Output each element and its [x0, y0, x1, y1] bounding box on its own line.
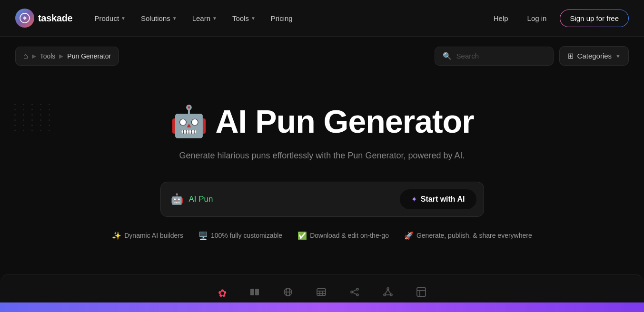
network-icon[interactable] [379, 283, 397, 304]
navbar: taskade Product ▼ Solutions ▼ Learn ▼ To… [0, 0, 644, 37]
solutions-chevron-icon: ▼ [172, 16, 177, 21]
svg-point-12 [351, 291, 353, 293]
table-icon[interactable] [312, 283, 330, 304]
svg-line-19 [385, 290, 388, 294]
signup-button[interactable]: Sign up for free [560, 10, 629, 27]
categories-grid-icon: ⊞ [567, 51, 574, 60]
sparkle-icon: ✦ [411, 195, 417, 203]
svg-line-14 [353, 290, 357, 292]
search-categories: 🔍 ⊞ Categories ▼ [435, 46, 629, 66]
nav-product[interactable]: Product ▼ [88, 10, 132, 26]
logo-icon [15, 9, 34, 28]
hero-emoji: 🤖 [170, 105, 208, 138]
svg-point-16 [387, 288, 389, 290]
hero-title: 🤖 AI Pun Generator [170, 104, 474, 139]
breadcrumb-sep-1: ▶ [32, 53, 36, 59]
breadcrumb-bar: ⌂ ▶ Tools ▶ Pun Generator 🔍 ⊞ Categories… [0, 37, 644, 66]
start-ai-label: Start with AI [421, 195, 465, 204]
action-box: 🤖 AI Pun ✦ Start with AI [160, 182, 484, 217]
breadcrumb-current: Pun Generator [67, 52, 111, 60]
categories-label: Categories [577, 52, 612, 60]
categories-chevron-icon: ▼ [615, 53, 621, 59]
home-icon[interactable]: ⌂ [23, 52, 28, 60]
nav-pricing[interactable]: Pricing [264, 10, 299, 26]
feature-dynamic-text: Dynamic AI builders [124, 232, 183, 239]
globe-icon[interactable] [279, 283, 297, 304]
nav-right: Help Log in Sign up for free [488, 10, 629, 27]
svg-rect-2 [255, 289, 259, 295]
search-box[interactable]: 🔍 [435, 47, 554, 66]
feature-rocket-icon: 🚀 [404, 231, 414, 240]
breadcrumb-tools[interactable]: Tools [40, 52, 56, 60]
svg-point-13 [357, 294, 358, 296]
svg-rect-6 [317, 289, 326, 295]
hero-title-text: AI Pun Generator [215, 104, 474, 139]
svg-point-17 [384, 294, 386, 296]
svg-rect-22 [417, 288, 426, 296]
columns-icon[interactable] [246, 283, 264, 304]
svg-line-20 [388, 290, 391, 294]
feature-download-text: Download & edit on-the-go [310, 232, 389, 239]
breadcrumb: ⌂ ▶ Tools ▶ Pun Generator [15, 47, 119, 66]
feature-share-text: Generate, publish, & share everywhere [416, 232, 532, 239]
action-emoji: 🤖 [170, 193, 183, 205]
tools-chevron-icon: ▼ [251, 16, 256, 21]
nav-learn[interactable]: Learn ▼ [186, 10, 224, 26]
search-input[interactable] [456, 52, 545, 60]
nav-tools[interactable]: Tools ▼ [226, 10, 262, 26]
breadcrumb-sep-2: ▶ [59, 53, 63, 59]
bottom-gradient [0, 302, 644, 312]
action-label: AI Pun [189, 195, 213, 204]
categories-button[interactable]: ⊞ Categories ▼ [559, 46, 629, 66]
svg-line-15 [353, 292, 357, 294]
learn-chevron-icon: ▼ [212, 16, 217, 21]
feature-monitor-icon: 🖥️ [198, 231, 208, 240]
feature-dynamic: ✨ Dynamic AI builders [112, 231, 183, 240]
action-left: 🤖 AI Pun [170, 193, 213, 205]
feature-sparkle-icon: ✨ [112, 231, 121, 240]
feature-check-icon: ✅ [297, 231, 307, 240]
page-wrapper: taskade Product ▼ Solutions ▼ Learn ▼ To… [0, 0, 644, 312]
search-icon: 🔍 [443, 52, 452, 60]
svg-point-18 [390, 294, 392, 296]
nav-solutions[interactable]: Solutions ▼ [134, 10, 184, 26]
svg-rect-1 [250, 289, 254, 295]
logo-text: taskade [38, 13, 72, 24]
feature-share: 🚀 Generate, publish, & share everywhere [404, 231, 532, 240]
nav-links: Product ▼ Solutions ▼ Learn ▼ Tools ▼ Pr… [88, 10, 487, 26]
feature-customizable: 🖥️ 100% fully customizable [198, 231, 282, 240]
help-link[interactable]: Help [488, 10, 514, 26]
hero-subtitle: Generate hilarious puns effortlessly wit… [179, 149, 465, 163]
product-chevron-icon: ▼ [121, 16, 126, 21]
login-link[interactable]: Log in [522, 10, 553, 26]
hero-section: 🤖 AI Pun Generator Generate hilarious pu… [0, 66, 644, 259]
feature-customizable-text: 100% fully customizable [211, 232, 282, 239]
start-ai-button[interactable]: ✦ Start with AI [399, 189, 477, 210]
star-icon[interactable]: ✿ [214, 283, 230, 303]
feature-download: ✅ Download & edit on-the-go [297, 231, 389, 240]
dot-grid-decoration [14, 104, 53, 131]
share-nodes-icon[interactable] [346, 283, 364, 304]
svg-point-11 [357, 288, 358, 290]
logo[interactable]: taskade [15, 9, 72, 28]
features-row: ✨ Dynamic AI builders 🖥️ 100% fully cust… [112, 231, 532, 240]
layout-icon[interactable] [412, 283, 430, 304]
